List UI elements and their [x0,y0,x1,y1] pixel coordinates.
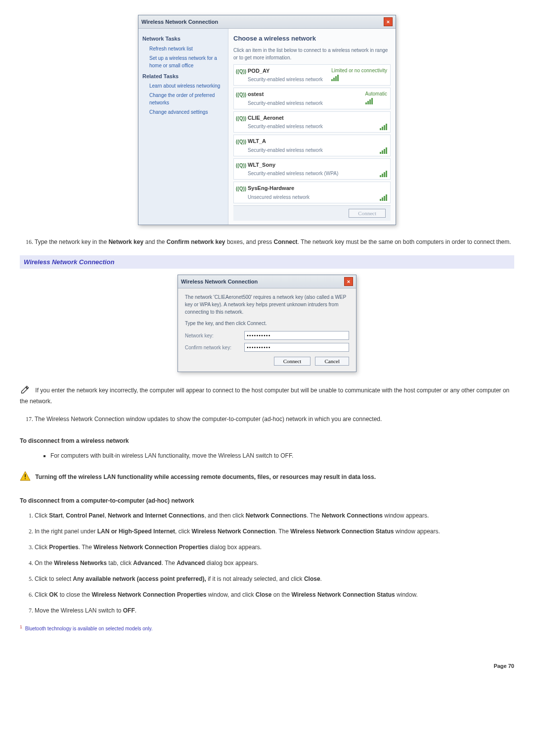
step-16: Type the network key in the Network key … [35,237,514,246]
dialog2-message-1: The network 'CLIEAeronet500' requires a … [185,293,349,316]
adhoc-steps-list: Click Start, Control Panel, Network and … [30,511,514,615]
network-security: Security-enabled wireless network (WPA) [248,170,338,177]
connect-button[interactable]: Connect [274,357,311,366]
bullet-list: For computers with built-in wireless LAN… [31,451,514,460]
warning-text: Turning off the wireless LAN functionali… [35,473,376,480]
choose-network-hint: Click an item in the list below to conne… [233,47,391,61]
network-item[interactable]: WLT_Sony Security-enabled wireless netwo… [233,158,391,180]
note-text: If you enter the network key incorrectly… [20,387,509,405]
confirm-key-input[interactable] [244,343,349,352]
network-item[interactable]: ostest Security-enabled wireless network… [233,88,391,109]
network-security: Security-enabled wireless network [248,123,323,130]
network-name: ostest [248,90,323,98]
link-refresh-network-list[interactable]: Refresh network list [149,45,224,52]
link-advanced-settings[interactable]: Change advanced settings [149,108,224,116]
dialog1-main: Choose a wireless network Click an item … [228,29,396,225]
instruction-list-17: The Wireless Network Connection window u… [30,415,514,424]
screenshot-network-key: Wireless Network Connection × The networ… [20,275,514,372]
network-name: POD_AY [248,67,323,75]
signal-icon [380,170,387,177]
close-icon[interactable]: × [344,277,353,286]
dialog1-titlebar: Wireless Network Connection × [138,15,396,29]
close-icon[interactable]: × [384,17,393,26]
adhoc-step-1: Click Start, Control Panel, Network and … [35,511,514,520]
network-item[interactable]: POD_AY Security-enabled wireless network… [233,64,391,86]
screenshot-choose-network: Wireless Network Connection × Network Ta… [20,15,514,225]
subhead-disconnect-adhoc: To disconnect from a computer-to-compute… [20,496,514,505]
adhoc-step-4: On the Wireless Networks tab, click Adva… [35,559,514,567]
footnote-marker: 1 [20,624,22,629]
sidebar-group-network-tasks: Network Tasks [142,35,224,43]
adhoc-step-2: In the right panel under LAN or High-Spe… [35,527,514,536]
network-security: Security-enabled wireless network [248,99,323,107]
confirm-key-label: Confirm network key: [185,344,244,351]
svg-rect-1 [25,478,26,479]
network-item[interactable]: WLT_A Security-enabled wireless network [233,135,391,156]
note-block: If you enter the network key incorrectly… [20,384,514,406]
adhoc-step-3: Click Properties. The Wireless Network C… [35,543,514,552]
dialog2-titlebar: Wireless Network Connection × [178,275,356,288]
signal-icon [380,147,387,154]
note-pencil-icon [20,384,31,397]
signal-icon [380,123,387,130]
choose-network-heading: Choose a wireless network [233,34,391,44]
dialog-network-key: Wireless Network Connection × The networ… [178,275,356,372]
network-key-label: Network key: [185,332,244,339]
network-name: CLIE_Aeronet [248,114,323,122]
instruction-list-16: Type the network key in the Network key … [30,237,514,246]
network-key-input[interactable] [244,331,349,340]
warning-triangle-icon [20,471,31,483]
link-change-order[interactable]: Change the order of preferred networks [149,92,224,106]
network-security: Security-enabled wireless network [248,146,323,154]
link-learn-wireless[interactable]: Learn about wireless networking [149,82,224,90]
network-name: WLT_A [248,137,323,145]
step-17: The Wireless Network Connection window u… [35,415,514,424]
adhoc-step-6: Click OK to close the Wireless Network C… [35,590,514,599]
signal-icon [331,74,339,81]
network-item[interactable]: SysEng-Hardware Unsecured wireless netwo… [233,182,391,203]
adhoc-step-5: Click to select Any available network (a… [35,574,514,583]
section-header-wireless: Wireless Network Connection [20,255,514,269]
bullet-wireless-off: For computers with built-in wireless LAN… [50,451,514,460]
signal-icon [365,97,373,104]
footnote-text: Bluetooth technology is available on sel… [24,626,153,631]
sidebar-group-related-tasks: Related Tasks [142,72,224,81]
dialog2-title: Wireless Network Connection [181,278,258,286]
network-name: SysEng-Hardware [248,184,310,192]
network-item[interactable]: CLIE_Aeronet Security-enabled wireless n… [233,111,391,133]
warning-block: Turning off the wireless LAN functionali… [20,471,514,483]
subhead-disconnect-wireless: To disconnect from a wireless network [20,436,514,445]
network-security: Security-enabled wireless network [248,76,323,83]
connect-button[interactable]: Connect [349,209,386,218]
adhoc-step-7: Move the Wireless LAN switch to OFF. [35,606,514,615]
network-status: Limited or no connectivity [331,67,387,74]
dialog2-message-2: Type the key, and then click Connect. [185,320,349,327]
dialog1-sidebar: Network Tasks Refresh network list Set u… [138,29,228,225]
network-name: WLT_Sony [248,161,338,169]
svg-rect-0 [25,474,26,477]
cancel-button[interactable]: Cancel [315,357,349,366]
page-number: Page 70 [20,662,514,670]
dialog1-title: Wireless Network Connection [141,18,218,26]
dialog-choose-network: Wireless Network Connection × Network Ta… [138,15,396,225]
signal-icon [380,194,387,201]
link-setup-wireless[interactable]: Set up a wireless network for a home or … [149,54,224,69]
footnote: 1 Bluetooth technology is available on s… [20,624,514,632]
network-security: Unsecured wireless network [248,193,310,201]
network-status: Automatic [365,90,387,97]
